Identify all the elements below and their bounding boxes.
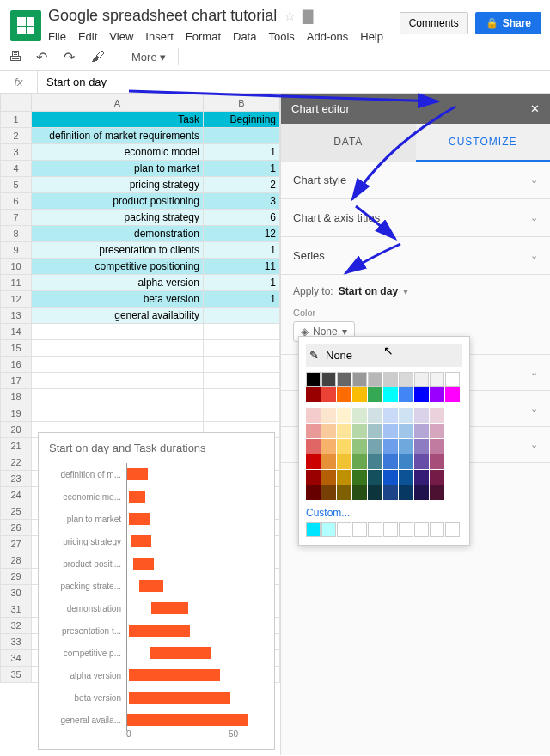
custom-swatch[interactable] [430,522,444,537]
color-swatch[interactable] [368,454,382,469]
color-swatch[interactable] [337,485,351,500]
cell[interactable]: 3 [204,193,280,210]
formula-input[interactable] [38,71,550,93]
cell[interactable] [204,389,280,405]
custom-swatch[interactable] [337,522,351,537]
custom-swatch[interactable] [321,522,336,537]
fx-label[interactable]: fx [0,71,38,93]
row-header[interactable]: 17 [1,373,32,389]
cell[interactable]: alpha version [32,275,204,291]
cell[interactable]: pricing strategy [32,177,204,193]
cell[interactable]: plan to market [32,161,204,177]
row-header[interactable]: 11 [1,275,32,291]
color-swatch[interactable] [306,387,321,402]
cell[interactable] [32,373,204,389]
cell[interactable]: economic model [32,144,204,161]
color-swatch[interactable] [352,387,367,402]
color-swatch[interactable] [306,424,321,438]
sheets-logo[interactable] [10,10,41,41]
color-swatch[interactable] [306,485,321,500]
color-swatch[interactable] [321,470,336,485]
cell[interactable]: 2 [204,177,280,193]
color-swatch[interactable] [337,387,351,402]
cell[interactable] [32,324,204,340]
custom-swatch[interactable] [352,522,367,537]
menu-insert[interactable]: Insert [145,30,174,43]
color-swatch[interactable] [430,454,444,469]
row-header[interactable]: 35 [1,667,32,683]
cell[interactable]: demonstration [32,226,204,242]
color-swatch[interactable] [430,439,444,454]
undo-icon[interactable]: ↶ [36,49,52,64]
color-swatch[interactable] [321,408,336,423]
color-swatch[interactable] [306,372,321,387]
chevron-down-icon[interactable]: ▾ [403,285,408,297]
cell[interactable] [204,357,280,373]
menu-help[interactable]: Help [360,30,383,43]
row-header[interactable]: 12 [1,291,32,308]
color-swatch[interactable] [430,387,444,402]
color-swatch[interactable] [321,424,336,438]
color-swatch[interactable] [337,470,351,485]
row-header[interactable]: 26 [1,520,32,536]
cell[interactable] [204,308,280,324]
cell[interactable] [204,405,280,422]
apply-to-value[interactable]: Start on day [339,285,398,297]
color-swatch[interactable] [383,372,398,387]
color-swatch[interactable] [399,408,413,423]
color-swatch[interactable] [430,372,444,387]
color-swatch[interactable] [368,408,382,423]
cell[interactable]: 6 [204,210,280,226]
cell[interactable]: packing strategy [32,210,204,226]
color-swatch[interactable] [306,408,321,423]
row-header[interactable]: 3 [1,144,32,161]
row-header[interactable]: 9 [1,242,32,259]
menu-view[interactable]: View [109,30,133,43]
custom-color-link[interactable]: Custom... [306,507,462,519]
cell[interactable]: general availability [32,308,204,324]
color-swatch[interactable] [383,439,398,454]
color-swatch[interactable] [383,387,398,402]
cell[interactable]: presentation to clients [32,242,204,259]
custom-swatch[interactable] [368,522,382,537]
color-swatch[interactable] [445,372,460,387]
color-swatch[interactable] [414,372,429,387]
menu-format[interactable]: Format [186,30,221,43]
color-swatch[interactable] [399,372,413,387]
color-swatch[interactable] [383,408,398,423]
cell[interactable] [204,128,280,144]
menu-edit[interactable]: Edit [78,30,97,43]
row-header[interactable]: 25 [1,503,32,520]
color-none-option[interactable]: ✎ None ↖ [306,344,462,367]
color-swatch[interactable] [399,387,413,402]
row-header[interactable]: 24 [1,487,32,503]
row-header[interactable]: 7 [1,210,32,226]
doc-title[interactable]: Google spreadsheet chart tutorial [48,7,277,25]
menu-file[interactable]: File [48,30,66,43]
menu-tools[interactable]: Tools [268,30,294,43]
color-swatch[interactable] [321,387,336,402]
cell[interactable] [32,405,204,422]
star-icon[interactable]: ☆ [284,8,296,24]
row-header[interactable]: 10 [1,259,32,275]
cell[interactable]: definition of market requirements [32,128,204,144]
row-header[interactable]: 33 [1,634,32,650]
cell[interactable]: 11 [204,259,280,275]
color-swatch[interactable] [337,454,351,469]
color-swatch[interactable] [352,454,367,469]
row-header[interactable]: 4 [1,161,32,177]
row-header[interactable]: 16 [1,357,32,373]
cell[interactable]: product positioning [32,193,204,210]
custom-swatch[interactable] [306,522,321,537]
tab-customize[interactable]: CUSTOMIZE [416,124,551,162]
color-swatch[interactable] [414,424,429,438]
color-swatch[interactable] [414,387,429,402]
cell[interactable] [32,357,204,373]
folder-icon[interactable]: ▇ [302,8,313,24]
col-header-a[interactable]: A [32,94,204,112]
color-swatch[interactable] [337,424,351,438]
color-swatch[interactable] [368,372,382,387]
color-swatch[interactable] [352,424,367,438]
color-swatch[interactable] [306,439,321,454]
row-header[interactable]: 34 [1,650,32,667]
